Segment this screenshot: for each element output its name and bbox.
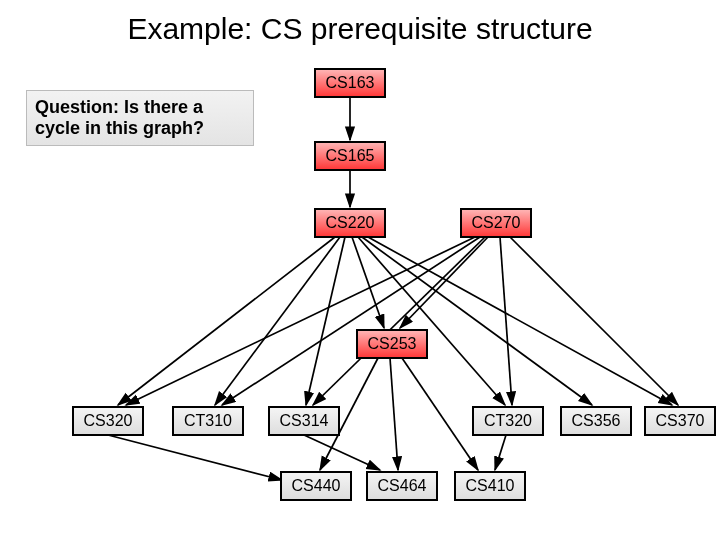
svg-line-14 — [510, 237, 678, 405]
node-cs410: CS410 — [454, 471, 526, 501]
svg-line-9 — [126, 237, 475, 405]
node-label: CS356 — [572, 412, 621, 429]
node-label: CS165 — [326, 147, 375, 164]
node-cs220: CS220 — [314, 208, 386, 238]
node-ct320: CT320 — [472, 406, 544, 436]
node-label: CT310 — [184, 412, 232, 429]
node-label: CT320 — [484, 412, 532, 429]
svg-line-5 — [352, 237, 384, 328]
svg-line-7 — [362, 237, 592, 405]
svg-line-20 — [495, 435, 506, 470]
svg-line-19 — [304, 435, 380, 470]
svg-line-6 — [358, 237, 505, 405]
node-label: CS440 — [292, 477, 341, 494]
node-cs464: CS464 — [366, 471, 438, 501]
node-cs165: CS165 — [314, 141, 386, 171]
svg-line-12 — [400, 237, 488, 328]
svg-line-18 — [108, 435, 282, 480]
node-label: CS464 — [378, 477, 427, 494]
svg-line-13 — [500, 237, 512, 405]
node-cs270: CS270 — [460, 208, 532, 238]
question-box: Question: Is there a cycle in this graph… — [26, 90, 254, 146]
node-label: CS163 — [326, 74, 375, 91]
node-cs253: CS253 — [356, 329, 428, 359]
node-ct310: CT310 — [172, 406, 244, 436]
node-cs440: CS440 — [280, 471, 352, 501]
node-cs356: CS356 — [560, 406, 632, 436]
node-cs314: CS314 — [268, 406, 340, 436]
svg-line-11 — [313, 237, 485, 405]
svg-line-4 — [306, 237, 345, 405]
node-cs163: CS163 — [314, 68, 386, 98]
node-label: CS410 — [466, 477, 515, 494]
node-label: CS220 — [326, 214, 375, 231]
node-cs370: CS370 — [644, 406, 716, 436]
node-label: CS253 — [368, 335, 417, 352]
page-title: Example: CS prerequisite structure — [0, 12, 720, 46]
svg-line-8 — [368, 237, 672, 405]
node-label: CS370 — [656, 412, 705, 429]
svg-line-16 — [390, 358, 398, 470]
node-label: CS320 — [84, 412, 133, 429]
svg-line-10 — [222, 237, 480, 405]
svg-line-17 — [402, 358, 478, 470]
node-label: CS270 — [472, 214, 521, 231]
node-cs320: CS320 — [72, 406, 144, 436]
node-label: CS314 — [280, 412, 329, 429]
svg-line-3 — [215, 237, 340, 405]
svg-line-2 — [118, 237, 335, 405]
